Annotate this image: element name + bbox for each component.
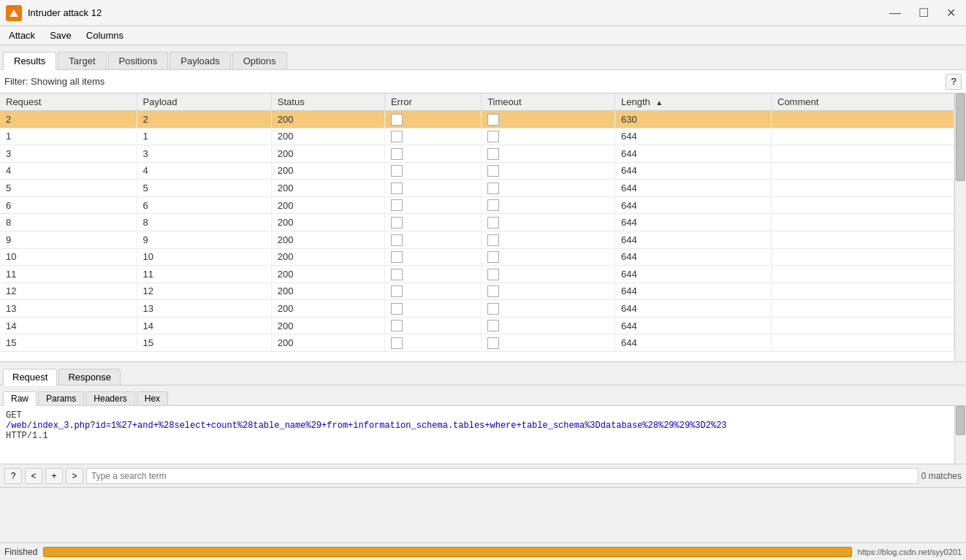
timeout-checkbox[interactable] — [487, 183, 499, 194]
tab-target[interactable]: Target — [58, 52, 106, 69]
timeout-checkbox[interactable] — [487, 251, 499, 263]
results-table: Request Payload Status Error Timeout Len… — [0, 93, 954, 352]
request-response-tabs: Request Response — [0, 362, 966, 386]
col-status[interactable]: Status — [271, 93, 384, 111]
col-length[interactable]: Length ▲ — [615, 93, 771, 111]
col-request[interactable]: Request — [0, 93, 137, 111]
timeout-checkbox[interactable] — [487, 320, 499, 331]
table-row[interactable]: 99200644 — [0, 231, 954, 248]
timeout-checkbox[interactable] — [487, 303, 499, 315]
error-checkbox[interactable] — [391, 337, 403, 349]
tab-results[interactable]: Results — [3, 52, 56, 70]
tab-positions[interactable]: Positions — [108, 52, 169, 69]
filter-bar: Filter: Showing all items ? — [0, 70, 966, 93]
menu-save[interactable]: Save — [44, 28, 77, 42]
results-table-wrap[interactable]: Request Payload Status Error Timeout Len… — [0, 93, 954, 361]
tab-response[interactable]: Response — [58, 369, 121, 385]
search-prev-button[interactable]: < — [25, 468, 42, 484]
results-scrollbar[interactable] — [954, 93, 966, 361]
col-timeout[interactable]: Timeout — [482, 93, 615, 111]
error-checkbox[interactable] — [391, 269, 403, 280]
error-checkbox[interactable] — [391, 320, 403, 331]
tab-request[interactable]: Request — [3, 369, 57, 386]
timeout-checkbox[interactable] — [487, 234, 499, 246]
minimize-button[interactable]: — — [885, 5, 905, 21]
tab-options[interactable]: Options — [232, 52, 287, 69]
sub-tab-params[interactable]: Params — [38, 391, 84, 405]
table-row[interactable]: 33200644 — [0, 145, 954, 163]
filter-text: Filter: Showing all items — [4, 76, 941, 87]
error-checkbox[interactable] — [391, 234, 403, 246]
close-button[interactable]: ✕ — [942, 4, 960, 21]
col-error[interactable]: Error — [384, 93, 481, 111]
content-scrollbar-thumb[interactable] — [956, 406, 965, 435]
timeout-checkbox[interactable] — [487, 199, 499, 211]
content-area: GET /web/index_3.php?id=1%27+and+%28sele… — [0, 406, 966, 464]
table-row[interactable]: 66200644 — [0, 196, 954, 214]
timeout-checkbox[interactable] — [487, 269, 499, 280]
error-checkbox[interactable] — [391, 165, 403, 177]
search-help-button[interactable]: ? — [4, 468, 22, 484]
tab-payloads[interactable]: Payloads — [170, 52, 230, 69]
error-checkbox[interactable] — [391, 303, 403, 315]
menubar: Attack Save Columns — [0, 26, 966, 45]
main-tabs: Results Target Positions Payloads Option… — [0, 45, 966, 70]
search-input[interactable] — [86, 468, 919, 484]
timeout-checkbox[interactable] — [487, 165, 499, 177]
table-row[interactable]: 44200644 — [0, 162, 954, 180]
results-container: Request Payload Status Error Timeout Len… — [0, 93, 966, 362]
table-row[interactable]: 22200630 — [0, 111, 954, 129]
status-bar: Finished https://blog.csdn.net/syy0201 — [0, 542, 966, 560]
error-checkbox[interactable] — [391, 148, 403, 160]
table-row[interactable]: 88200644 — [0, 214, 954, 231]
table-row[interactable]: 1414200644 — [0, 317, 954, 334]
menu-columns[interactable]: Columns — [80, 28, 129, 42]
table-row[interactable]: 55200644 — [0, 180, 954, 197]
status-text: Finished — [4, 547, 37, 557]
col-payload[interactable]: Payload — [137, 93, 271, 111]
timeout-checkbox[interactable] — [487, 217, 499, 229]
table-row[interactable]: 1313200644 — [0, 300, 954, 318]
error-checkbox[interactable] — [391, 199, 403, 211]
menu-attack[interactable]: Attack — [3, 28, 41, 42]
col-comment[interactable]: Comment — [772, 93, 954, 111]
sub-tabs: Raw Params Headers Hex — [0, 386, 966, 406]
search-bar: ? < + > 0 matches — [0, 464, 966, 488]
scrollbar-thumb[interactable] — [956, 93, 965, 181]
timeout-checkbox[interactable] — [487, 285, 499, 297]
table-row[interactable]: 1111200644 — [0, 266, 954, 283]
sub-tab-headers[interactable]: Headers — [85, 391, 134, 405]
app-icon — [6, 5, 22, 21]
search-add-button[interactable]: + — [45, 468, 63, 484]
content-line2: /web/index_3.php?id=1%27+and+%28select+c… — [6, 421, 960, 431]
table-row[interactable]: 1010200644 — [0, 248, 954, 266]
table-row[interactable]: 1212200644 — [0, 283, 954, 300]
table-body: 2220063011200644332006444420064455200644… — [0, 111, 954, 352]
content-line3: HTTP/1.1 — [6, 431, 960, 441]
status-url: https://blog.csdn.net/syy0201 — [858, 548, 962, 556]
error-checkbox[interactable] — [391, 285, 403, 297]
search-next-button[interactable]: > — [66, 468, 83, 484]
titlebar-left: Intruder attack 12 — [6, 5, 102, 21]
window-title: Intruder attack 12 — [28, 7, 102, 18]
error-checkbox[interactable] — [391, 183, 403, 194]
search-matches: 0 matches — [921, 471, 962, 481]
filter-help-button[interactable]: ? — [946, 74, 962, 90]
error-checkbox[interactable] — [391, 251, 403, 263]
maximize-button[interactable]: ☐ — [914, 4, 933, 21]
sub-tab-hex[interactable]: Hex — [137, 391, 168, 405]
content-scrollbar[interactable] — [954, 406, 966, 464]
titlebar: Intruder attack 12 — ☐ ✕ — [0, 0, 966, 26]
error-checkbox[interactable] — [391, 114, 403, 126]
timeout-checkbox[interactable] — [487, 131, 499, 142]
timeout-checkbox[interactable] — [487, 337, 499, 349]
content-line1: GET — [6, 410, 960, 421]
table-row[interactable]: 1515200644 — [0, 334, 954, 352]
table-row[interactable]: 11200644 — [0, 128, 954, 145]
error-checkbox[interactable] — [391, 217, 403, 229]
table-header-row: Request Payload Status Error Timeout Len… — [0, 93, 954, 111]
sub-tab-raw[interactable]: Raw — [3, 391, 37, 406]
timeout-checkbox[interactable] — [487, 114, 499, 126]
error-checkbox[interactable] — [391, 131, 403, 142]
timeout-checkbox[interactable] — [487, 148, 499, 160]
